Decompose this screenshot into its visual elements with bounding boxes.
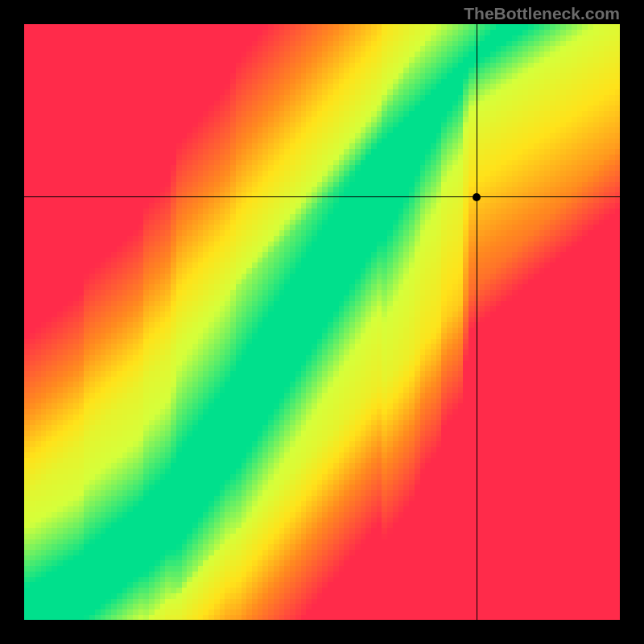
heatmap-plot-area[interactable] [24, 24, 620, 620]
watermark-text: TheBottleneck.com [464, 4, 620, 23]
chart-frame: TheBottleneck.com [0, 0, 644, 644]
heatmap-canvas [24, 24, 620, 620]
